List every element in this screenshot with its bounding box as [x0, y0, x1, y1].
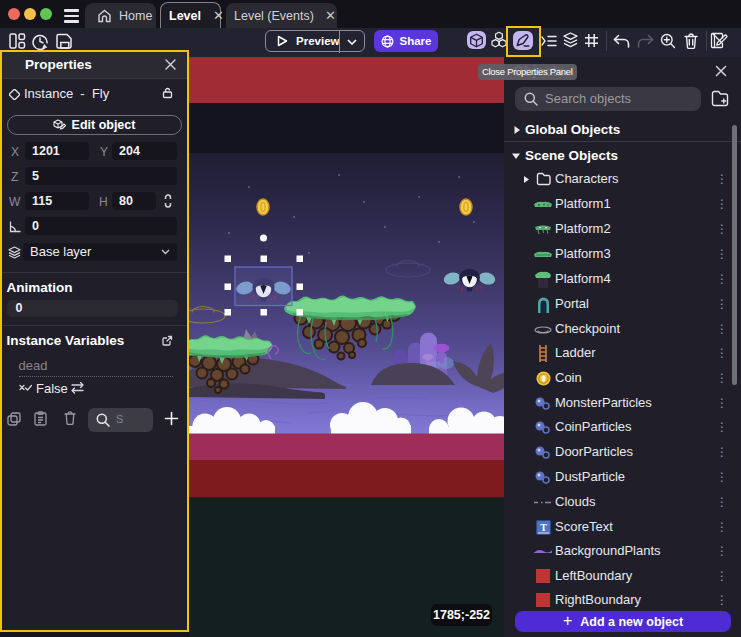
- svg-text:T: T: [540, 522, 547, 533]
